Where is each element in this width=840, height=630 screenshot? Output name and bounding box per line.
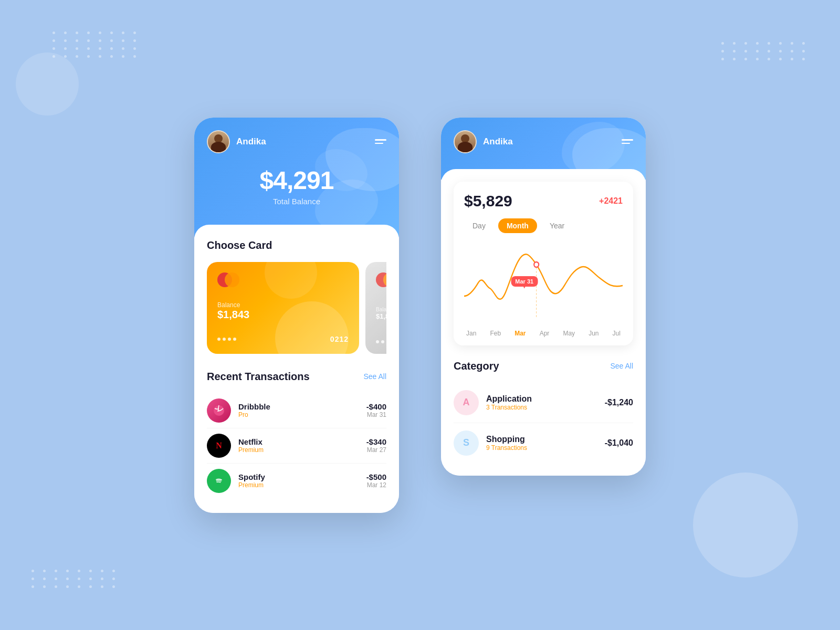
credit-card-active[interactable]: Balance $1,843 0212 xyxy=(207,262,359,354)
netflix-icon: N xyxy=(207,434,231,458)
phone2: Andika $5,829 +2421 Day Month Year xyxy=(441,118,646,476)
menu-line-1 xyxy=(375,139,386,141)
spotify-date: Mar 12 xyxy=(366,481,386,489)
chart-label-feb: Feb xyxy=(490,330,501,337)
chart-labels: Jan Feb Mar Apr May Jun Jul xyxy=(464,330,623,337)
avatar-image xyxy=(208,131,229,152)
tab-day[interactable]: Day xyxy=(464,218,494,233)
transactions-see-all[interactable]: See All xyxy=(363,372,386,381)
shopping-cat-amount: -$1,040 xyxy=(605,438,633,448)
spotify-amount: -$500 xyxy=(366,472,386,481)
dribbble-amount-area: -$400 Mar 31 xyxy=(366,402,386,418)
netflix-amount-area: -$340 Mar 27 xyxy=(366,437,386,454)
bg-dots-bottom-left xyxy=(32,570,119,588)
choose-card-title: Choose Card xyxy=(207,239,272,251)
phone1-balance-label: Total Balance xyxy=(207,197,386,206)
shopping-cat-info: Shopping 9 Transactions xyxy=(486,435,597,452)
p2-menu-line-1 xyxy=(622,139,633,141)
phone2-user-info: Andika xyxy=(454,130,513,153)
bg-blob-tl xyxy=(16,52,79,116)
transaction-netflix: N Netflix Premium -$340 Mar 27 xyxy=(207,428,386,464)
p2-avatar-image xyxy=(455,131,476,152)
cards-container: Balance $1,843 0212 xyxy=(207,262,386,354)
tab-month[interactable]: Month xyxy=(498,218,537,233)
netflix-amount: -$340 xyxy=(366,437,386,446)
category-header: Category See All xyxy=(454,360,633,372)
bg-dots-top-right xyxy=(721,42,808,60)
chart-balance: $5,829 xyxy=(464,192,512,210)
netflix-date: Mar 27 xyxy=(366,446,386,454)
chart-label-apr: Apr xyxy=(540,330,550,337)
netflix-name: Netflix xyxy=(238,437,359,446)
netflix-sub: Premium xyxy=(238,446,359,454)
dribbble-sub: Pro xyxy=(238,411,359,418)
category-see-all[interactable]: See All xyxy=(610,362,633,370)
spotify-info: Spotify Premium xyxy=(238,472,359,489)
netflix-info: Netflix Premium xyxy=(238,437,359,454)
card2-balance-label: Balance xyxy=(376,307,386,312)
chart-dot xyxy=(534,262,539,267)
chart-card-header: $5,829 +2421 xyxy=(464,192,623,210)
app-cat-amount: -$1,240 xyxy=(605,398,633,407)
app-cat-info: Application 3 Transactions xyxy=(486,394,597,411)
mastercard-circle2 xyxy=(225,272,239,287)
spotify-sub: Premium xyxy=(238,481,359,489)
dribbble-date: Mar 31 xyxy=(366,411,386,418)
chart-area: Mar 31 xyxy=(464,244,623,328)
cat-icon-app: A xyxy=(454,390,479,415)
chart-card: $5,829 +2421 Day Month Year xyxy=(454,182,633,345)
app-cat-name: Application xyxy=(486,394,597,404)
chart-label-may: May xyxy=(563,330,575,337)
card-dots xyxy=(217,338,236,341)
c2-dot1 xyxy=(376,340,379,343)
shopping-cat-count: 9 Transactions xyxy=(486,444,597,452)
period-tabs: Day Month Year xyxy=(464,218,623,233)
phone1-body: Choose Card Balance $1,843 xyxy=(194,225,399,513)
dot2 xyxy=(223,338,226,341)
app-cat-count: 3 Transactions xyxy=(486,404,597,411)
bg-blob-br xyxy=(693,472,798,578)
menu-line-2 xyxy=(375,143,383,144)
chart-change: +2421 xyxy=(599,196,623,206)
transactions-header: Recent Transactions See All xyxy=(207,371,386,383)
bg-dots-top-left xyxy=(52,32,140,58)
cat-icon-app-letter: A xyxy=(463,397,470,408)
phone1-header-top: Andika xyxy=(207,130,386,153)
chart-label-jun: Jun xyxy=(589,330,598,337)
phone2-menu-button[interactable] xyxy=(622,139,633,144)
card-bottom: 0212 xyxy=(217,335,349,343)
mastercard-logo-inactive xyxy=(376,272,386,287)
cat-icon-shopping: S xyxy=(454,430,479,456)
credit-card-inactive[interactable]: Balance $1,843 xyxy=(365,262,386,354)
phone1-balance-amount: $4,291 xyxy=(207,166,386,195)
transaction-spotify: Spotify Premium -$500 Mar 12 xyxy=(207,464,386,498)
card2-dots xyxy=(376,340,386,343)
phone1-user-name: Andika xyxy=(236,136,266,147)
phone1-avatar xyxy=(207,130,230,153)
chart-tooltip: Mar 31 xyxy=(511,276,538,287)
choose-card-header: Choose Card xyxy=(207,239,386,251)
phone2-user-name: Andika xyxy=(483,136,513,147)
dot3 xyxy=(228,338,231,341)
transaction-dribbble: Dribbble Pro -$400 Mar 31 xyxy=(207,393,386,428)
chart-label-mar: Mar xyxy=(514,330,526,337)
transactions-title: Recent Transactions xyxy=(207,371,310,383)
card2-balance-info: Balance $1,843 xyxy=(376,307,386,320)
spotify-icon xyxy=(207,469,231,493)
phone1-menu-button[interactable] xyxy=(375,139,386,144)
spotify-name: Spotify xyxy=(238,472,359,481)
phone1-header: Andika $4,291 Total Balance xyxy=(194,118,399,237)
tab-year[interactable]: Year xyxy=(541,218,573,233)
spotify-amount-area: -$500 Mar 12 xyxy=(366,472,386,489)
dot4 xyxy=(233,338,236,341)
phone2-avatar xyxy=(454,130,477,153)
category-title: Category xyxy=(454,360,499,372)
chart-label-jan: Jan xyxy=(466,330,476,337)
card-number: 0212 xyxy=(330,335,349,343)
phone1-user-info: Andika xyxy=(207,130,266,153)
category-application: A Application 3 Transactions -$1,240 xyxy=(454,383,633,423)
phone1: Andika $4,291 Total Balance Choose Card xyxy=(194,118,399,513)
dribbble-amount: -$400 xyxy=(366,402,386,411)
mastercard-logo-active xyxy=(217,272,240,287)
p2-menu-line-2 xyxy=(622,143,630,144)
